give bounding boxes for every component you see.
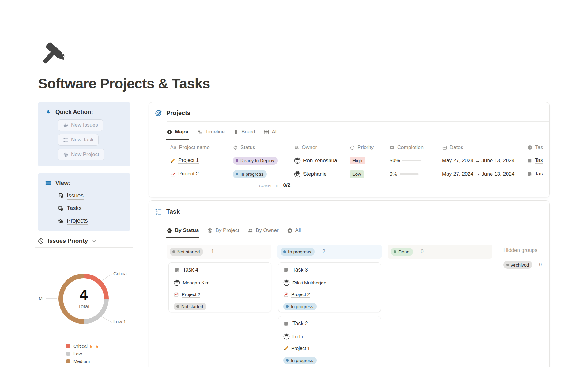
col-tasks[interactable]: Tas bbox=[523, 141, 550, 154]
project-name-cell[interactable]: Project 2 bbox=[167, 167, 229, 181]
col-project-name[interactable]: Aa Project name bbox=[167, 141, 229, 154]
tab-all[interactable]: All bbox=[287, 225, 301, 236]
task-card-task4[interactable]: Task 4 Meagan Kim Project 2 Not started bbox=[168, 262, 271, 312]
task-project-link[interactable]: Project 2 bbox=[182, 292, 200, 298]
target-blue-icon bbox=[155, 110, 162, 117]
checklist-blue-icon bbox=[155, 208, 162, 215]
tab-board[interactable]: Board bbox=[233, 127, 255, 137]
new-issues-button[interactable]: New Issues bbox=[58, 119, 103, 131]
view-link-tasks-label: Tasks bbox=[67, 205, 82, 212]
view-link-issues[interactable]: Issues bbox=[58, 191, 84, 200]
hamburger-icon bbox=[45, 180, 51, 186]
view-link-projects[interactable]: Projects bbox=[58, 216, 88, 226]
priority-cell: Low bbox=[346, 167, 386, 181]
star-circle-icon bbox=[167, 129, 172, 135]
chart-up-icon bbox=[174, 292, 179, 297]
board-icon bbox=[233, 129, 239, 135]
tab-board-label: Board bbox=[241, 129, 255, 135]
divider bbox=[167, 121, 549, 122]
view-link-issues-label: Issues bbox=[67, 192, 84, 200]
col-owner[interactable]: Owner bbox=[290, 141, 346, 154]
task-card-task3[interactable]: Task 3 Rikki Mukherjee Project 2 In prog… bbox=[278, 262, 381, 312]
priority-badge: High bbox=[350, 157, 365, 164]
people-icon bbox=[247, 228, 253, 234]
issues-priority-heading: Issues Priority bbox=[38, 236, 97, 245]
col-completion[interactable]: Completion bbox=[386, 141, 438, 154]
owner-cell: Stephanie bbox=[290, 167, 346, 181]
task-owner: Rikki Mukherjee bbox=[292, 280, 326, 286]
project-link[interactable]: Project 1 bbox=[178, 157, 199, 164]
projects-title: Projects bbox=[166, 110, 190, 117]
status-badge: In progress bbox=[233, 170, 267, 178]
group-header-in-progress: In progress 2 bbox=[277, 245, 382, 259]
text-aa-icon: Aa bbox=[170, 145, 177, 150]
view-link-tasks[interactable]: Tasks bbox=[58, 204, 82, 213]
table-row[interactable]: Project 1 Ready to Deploy Ron Yehoshua H… bbox=[167, 154, 550, 167]
chevron-down-icon[interactable] bbox=[92, 238, 97, 244]
pencil-icon bbox=[170, 158, 176, 163]
checklist-icon bbox=[63, 137, 68, 143]
col-status[interactable]: Status bbox=[229, 141, 290, 154]
page-icon bbox=[283, 267, 289, 273]
task-title: Task bbox=[166, 208, 180, 215]
view-link-projects-label: Projects bbox=[67, 217, 88, 225]
archived-badge[interactable]: Archived bbox=[503, 261, 532, 269]
tab-by-status-label: By Status bbox=[175, 227, 199, 234]
task-card-title: Task 4 bbox=[183, 267, 198, 273]
task-arrow-icon bbox=[58, 205, 64, 212]
project-name-cell[interactable]: Project 1 bbox=[167, 154, 229, 167]
tab-by-status[interactable]: By Status bbox=[167, 225, 199, 236]
legend-swatch-critical bbox=[66, 344, 70, 348]
tab-all[interactable]: All bbox=[263, 127, 277, 137]
project-link[interactable]: Project 2 bbox=[178, 171, 199, 177]
hidden-groups-label: Hidden groups bbox=[503, 247, 537, 253]
table-row[interactable]: Project 2 In progress Stephanie Low 0% M… bbox=[167, 167, 550, 181]
tab-by-project-label: By Project bbox=[215, 227, 239, 234]
avatar bbox=[283, 333, 290, 340]
tasks-cell[interactable]: Tas bbox=[523, 154, 550, 167]
page-icon bbox=[527, 158, 532, 163]
new-project-button[interactable]: New Project bbox=[58, 149, 104, 160]
new-task-button[interactable]: New Task bbox=[58, 134, 99, 146]
tab-major[interactable]: Major bbox=[167, 127, 189, 137]
donut-total-label: Total bbox=[78, 304, 89, 310]
owner-cell: Ron Yehoshua bbox=[290, 154, 346, 167]
progress-bar bbox=[400, 173, 419, 175]
priority-icon bbox=[350, 145, 355, 150]
new-task-label: New Task bbox=[71, 137, 93, 143]
target-arrow-icon bbox=[58, 218, 64, 224]
tab-timeline[interactable]: Timeline bbox=[197, 127, 225, 137]
task-status-badge: In progress bbox=[283, 303, 317, 310]
group-badge: Not started bbox=[170, 248, 203, 256]
projects-section: Projects Major Timeline Board All bbox=[149, 102, 550, 197]
tab-timeline-label: Timeline bbox=[205, 129, 225, 135]
group-badge: In progress bbox=[281, 248, 315, 256]
quick-action-title: Quick Action: bbox=[55, 109, 93, 115]
tab-by-project[interactable]: By Project bbox=[207, 225, 239, 236]
tab-major-label: Major bbox=[175, 129, 189, 135]
col-dates[interactable]: Dates bbox=[438, 141, 523, 154]
new-issues-label: New Issues bbox=[71, 122, 98, 128]
legend-item-medium: Medium bbox=[66, 358, 99, 365]
tab-by-owner[interactable]: By Owner bbox=[247, 225, 279, 236]
target-icon bbox=[63, 152, 68, 157]
people-icon bbox=[294, 145, 299, 150]
legend-label-medium: Medium bbox=[74, 359, 90, 364]
task-project-link[interactable]: Project 2 bbox=[291, 292, 310, 298]
tasks-cell[interactable]: Tas bbox=[523, 167, 550, 181]
legend-label-low: Low bbox=[74, 351, 82, 356]
task-card-task2[interactable]: Task 2 Lu Li Project 1 In progress bbox=[278, 316, 381, 367]
col-priority[interactable]: Priority bbox=[346, 141, 386, 154]
status-spinner-icon bbox=[233, 145, 238, 150]
completion-cell: 0% bbox=[386, 167, 438, 181]
star-circle-icon bbox=[287, 228, 293, 234]
priority-badge: Low bbox=[350, 170, 364, 178]
quick-action-panel: Quick Action: New Issues New Task New Pr… bbox=[38, 102, 130, 166]
task-project-link[interactable]: Project 1 bbox=[291, 346, 310, 351]
issues-priority-label: Issues Priority bbox=[48, 238, 88, 244]
avatar bbox=[294, 171, 301, 178]
pencil-icon bbox=[283, 346, 288, 351]
bug-icon bbox=[63, 123, 68, 128]
task-owner: Lu Li bbox=[292, 334, 303, 339]
new-project-label: New Project bbox=[71, 152, 99, 158]
